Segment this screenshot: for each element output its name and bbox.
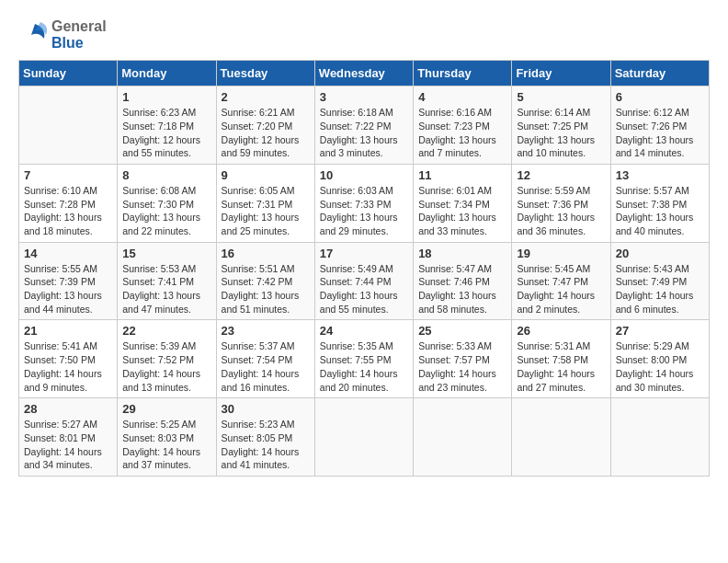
- day-info: Sunrise: 5:27 AMSunset: 8:01 PMDaylight:…: [24, 418, 112, 472]
- calendar-cell: 13Sunrise: 5:57 AMSunset: 7:38 PMDayligh…: [610, 164, 709, 242]
- day-info: Sunrise: 6:05 AMSunset: 7:31 PMDaylight:…: [222, 184, 310, 238]
- day-number: 25: [418, 324, 506, 338]
- calendar-cell: 29Sunrise: 5:25 AMSunset: 8:03 PMDayligh…: [118, 398, 216, 477]
- day-info: Sunrise: 5:49 AMSunset: 7:44 PMDaylight:…: [320, 262, 408, 316]
- calendar-cell: 24Sunrise: 5:35 AMSunset: 7:55 PMDayligh…: [314, 320, 413, 398]
- calendar-cell: 15Sunrise: 5:53 AMSunset: 7:41 PMDayligh…: [118, 242, 216, 320]
- calendar-cell: 5Sunrise: 6:14 AMSunset: 7:25 PMDaylight…: [512, 86, 610, 165]
- day-info: Sunrise: 6:10 AMSunset: 7:28 PMDaylight:…: [24, 184, 112, 238]
- day-number: 16: [222, 247, 310, 260]
- calendar-table: SundayMondayTuesdayWednesdayThursdayFrid…: [18, 60, 710, 477]
- logo-text-blue: Blue: [51, 35, 107, 52]
- calendar-cell: 1Sunrise: 6:23 AMSunset: 7:18 PMDaylight…: [118, 86, 216, 165]
- calendar-cell: 18Sunrise: 5:47 AMSunset: 7:46 PMDayligh…: [414, 242, 512, 320]
- day-info: Sunrise: 5:31 AMSunset: 7:58 PMDaylight:…: [517, 339, 605, 394]
- calendar-cell: 26Sunrise: 5:31 AMSunset: 7:58 PMDayligh…: [512, 320, 610, 398]
- day-info: Sunrise: 5:59 AMSunset: 7:36 PMDaylight:…: [517, 184, 605, 238]
- header: General Blue: [18, 18, 710, 51]
- day-header-wednesday: Wednesday: [314, 61, 413, 86]
- day-header-thursday: Thursday: [414, 61, 512, 86]
- day-info: Sunrise: 5:33 AMSunset: 7:57 PMDaylight:…: [418, 339, 506, 394]
- day-number: 5: [517, 90, 605, 104]
- day-number: 18: [418, 247, 506, 260]
- day-info: Sunrise: 6:16 AMSunset: 7:23 PMDaylight:…: [418, 106, 506, 160]
- day-number: 15: [122, 247, 210, 260]
- day-number: 17: [320, 247, 408, 260]
- day-info: Sunrise: 6:14 AMSunset: 7:25 PMDaylight:…: [517, 106, 605, 160]
- day-info: Sunrise: 5:55 AMSunset: 7:39 PMDaylight:…: [24, 262, 112, 316]
- week-row-1: 1Sunrise: 6:23 AMSunset: 7:18 PMDaylight…: [19, 86, 710, 165]
- day-info: Sunrise: 6:21 AMSunset: 7:20 PMDaylight:…: [222, 106, 310, 160]
- day-info: Sunrise: 5:29 AMSunset: 8:00 PMDaylight:…: [616, 339, 704, 394]
- day-info: Sunrise: 5:45 AMSunset: 7:47 PMDaylight:…: [517, 262, 605, 316]
- day-number: 12: [517, 168, 605, 182]
- day-number: 14: [24, 247, 112, 260]
- calendar-cell: 17Sunrise: 5:49 AMSunset: 7:44 PMDayligh…: [314, 242, 413, 320]
- calendar-cell: 16Sunrise: 5:51 AMSunset: 7:42 PMDayligh…: [216, 242, 314, 320]
- calendar-cell: 21Sunrise: 5:41 AMSunset: 7:50 PMDayligh…: [19, 320, 118, 398]
- day-info: Sunrise: 5:39 AMSunset: 7:52 PMDaylight:…: [122, 339, 210, 394]
- logo: General Blue: [18, 18, 107, 51]
- day-number: 7: [24, 168, 112, 182]
- calendar-cell: 8Sunrise: 6:08 AMSunset: 7:30 PMDaylight…: [118, 164, 216, 242]
- days-header-row: SundayMondayTuesdayWednesdayThursdayFrid…: [19, 61, 710, 86]
- day-number: 8: [122, 168, 210, 182]
- day-info: Sunrise: 6:01 AMSunset: 7:34 PMDaylight:…: [418, 184, 506, 238]
- day-number: 13: [616, 168, 704, 182]
- day-info: Sunrise: 6:23 AMSunset: 7:18 PMDaylight:…: [122, 106, 210, 160]
- day-number: 10: [320, 168, 408, 182]
- calendar-cell: 19Sunrise: 5:45 AMSunset: 7:47 PMDayligh…: [512, 242, 610, 320]
- day-number: 11: [418, 168, 506, 182]
- day-info: Sunrise: 6:18 AMSunset: 7:22 PMDaylight:…: [320, 106, 408, 160]
- day-info: Sunrise: 5:51 AMSunset: 7:42 PMDaylight:…: [222, 262, 310, 316]
- calendar-cell: [512, 398, 610, 477]
- day-number: 4: [418, 90, 506, 104]
- day-number: 21: [24, 324, 112, 338]
- calendar-cell: 28Sunrise: 5:27 AMSunset: 8:01 PMDayligh…: [19, 398, 118, 477]
- day-number: 29: [122, 402, 210, 416]
- calendar-cell: 6Sunrise: 6:12 AMSunset: 7:26 PMDaylight…: [610, 86, 709, 165]
- calendar-cell: [414, 398, 512, 477]
- week-row-2: 7Sunrise: 6:10 AMSunset: 7:28 PMDaylight…: [19, 164, 710, 242]
- calendar-cell: 14Sunrise: 5:55 AMSunset: 7:39 PMDayligh…: [19, 242, 118, 320]
- calendar-cell: 9Sunrise: 6:05 AMSunset: 7:31 PMDaylight…: [216, 164, 314, 242]
- day-number: 6: [616, 90, 704, 104]
- day-number: 23: [222, 324, 310, 338]
- day-info: Sunrise: 6:08 AMSunset: 7:30 PMDaylight:…: [122, 184, 210, 238]
- day-number: 22: [122, 324, 210, 338]
- calendar-cell: 27Sunrise: 5:29 AMSunset: 8:00 PMDayligh…: [610, 320, 709, 398]
- calendar-cell: 20Sunrise: 5:43 AMSunset: 7:49 PMDayligh…: [610, 242, 709, 320]
- calendar-cell: [610, 398, 709, 477]
- day-header-saturday: Saturday: [610, 61, 709, 86]
- day-number: 20: [616, 247, 704, 260]
- day-info: Sunrise: 5:57 AMSunset: 7:38 PMDaylight:…: [616, 184, 704, 238]
- day-info: Sunrise: 5:25 AMSunset: 8:03 PMDaylight:…: [122, 418, 210, 472]
- calendar-cell: 10Sunrise: 6:03 AMSunset: 7:33 PMDayligh…: [314, 164, 413, 242]
- day-info: Sunrise: 5:43 AMSunset: 7:49 PMDaylight:…: [616, 262, 704, 316]
- calendar-cell: 22Sunrise: 5:39 AMSunset: 7:52 PMDayligh…: [118, 320, 216, 398]
- calendar-cell: 30Sunrise: 5:23 AMSunset: 8:05 PMDayligh…: [216, 398, 314, 477]
- week-row-4: 21Sunrise: 5:41 AMSunset: 7:50 PMDayligh…: [19, 320, 710, 398]
- calendar-cell: 12Sunrise: 5:59 AMSunset: 7:36 PMDayligh…: [512, 164, 610, 242]
- day-number: 27: [616, 324, 704, 338]
- calendar-cell: 3Sunrise: 6:18 AMSunset: 7:22 PMDaylight…: [314, 86, 413, 165]
- calendar-cell: [19, 86, 118, 165]
- calendar-cell: 23Sunrise: 5:37 AMSunset: 7:54 PMDayligh…: [216, 320, 314, 398]
- week-row-3: 14Sunrise: 5:55 AMSunset: 7:39 PMDayligh…: [19, 242, 710, 320]
- calendar-cell: 4Sunrise: 6:16 AMSunset: 7:23 PMDaylight…: [414, 86, 512, 165]
- calendar-cell: 25Sunrise: 5:33 AMSunset: 7:57 PMDayligh…: [414, 320, 512, 398]
- day-info: Sunrise: 6:12 AMSunset: 7:26 PMDaylight:…: [616, 106, 704, 160]
- week-row-5: 28Sunrise: 5:27 AMSunset: 8:01 PMDayligh…: [19, 398, 710, 477]
- day-number: 9: [222, 168, 310, 182]
- day-header-sunday: Sunday: [19, 61, 118, 86]
- day-number: 19: [517, 247, 605, 260]
- logo-text-general: General: [51, 18, 107, 35]
- day-number: 26: [517, 324, 605, 338]
- day-header-tuesday: Tuesday: [216, 61, 314, 86]
- day-header-monday: Monday: [118, 61, 216, 86]
- day-number: 3: [320, 90, 408, 104]
- day-number: 28: [24, 402, 112, 416]
- day-info: Sunrise: 5:53 AMSunset: 7:41 PMDaylight:…: [122, 262, 210, 316]
- calendar-cell: [314, 398, 413, 477]
- day-number: 30: [222, 402, 310, 416]
